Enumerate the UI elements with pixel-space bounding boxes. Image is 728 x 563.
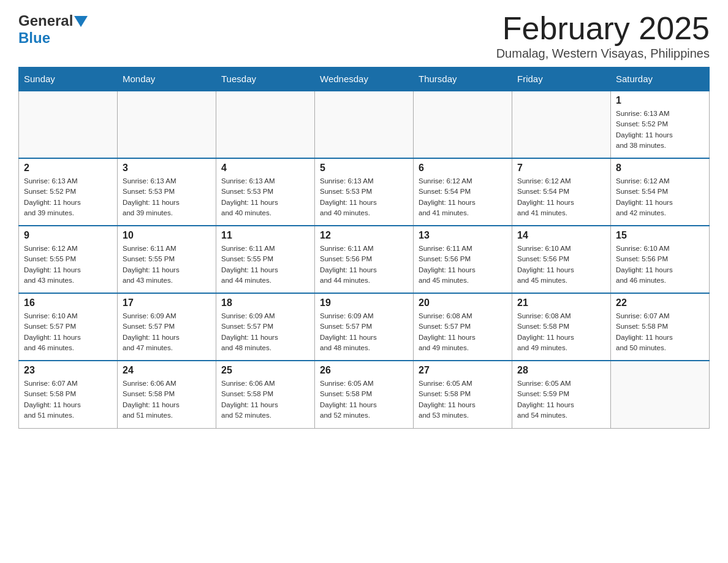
calendar-cell: 2Sunrise: 6:13 AM Sunset: 5:52 PM Daylig…: [19, 158, 118, 226]
calendar-cell: 17Sunrise: 6:09 AM Sunset: 5:57 PM Dayli…: [118, 293, 216, 361]
calendar-cell: 5Sunrise: 6:13 AM Sunset: 5:53 PM Daylig…: [315, 158, 414, 226]
day-info: Sunrise: 6:05 AM Sunset: 5:58 PM Dayligh…: [320, 378, 408, 421]
calendar-week-row: 2Sunrise: 6:13 AM Sunset: 5:52 PM Daylig…: [19, 158, 710, 226]
day-number: 14: [517, 230, 605, 241]
day-info: Sunrise: 6:10 AM Sunset: 5:56 PM Dayligh…: [517, 243, 605, 286]
day-of-week-header: Friday: [512, 67, 611, 91]
svg-marker-0: [74, 16, 88, 27]
day-number: 18: [221, 297, 309, 308]
day-number: 23: [24, 365, 112, 376]
calendar-cell: 21Sunrise: 6:08 AM Sunset: 5:58 PM Dayli…: [512, 293, 611, 361]
month-title: February 2025: [496, 12, 710, 44]
day-info: Sunrise: 6:07 AM Sunset: 5:58 PM Dayligh…: [616, 311, 704, 353]
day-info: Sunrise: 6:13 AM Sunset: 5:52 PM Dayligh…: [24, 176, 112, 218]
day-info: Sunrise: 6:13 AM Sunset: 5:53 PM Dayligh…: [221, 176, 309, 218]
logo-general-text: General: [18, 12, 73, 29]
day-info: Sunrise: 6:10 AM Sunset: 5:56 PM Dayligh…: [616, 243, 704, 286]
day-info: Sunrise: 6:05 AM Sunset: 5:58 PM Dayligh…: [419, 378, 507, 421]
day-number: 25: [221, 365, 309, 376]
calendar-cell: 6Sunrise: 6:12 AM Sunset: 5:54 PM Daylig…: [414, 158, 512, 226]
day-info: Sunrise: 6:06 AM Sunset: 5:58 PM Dayligh…: [123, 378, 211, 421]
calendar-cell: 26Sunrise: 6:05 AM Sunset: 5:58 PM Dayli…: [315, 361, 414, 428]
day-number: 28: [517, 365, 605, 376]
day-info: Sunrise: 6:12 AM Sunset: 5:54 PM Dayligh…: [616, 176, 704, 218]
day-info: Sunrise: 6:13 AM Sunset: 5:53 PM Dayligh…: [123, 176, 211, 218]
calendar-cell: 13Sunrise: 6:11 AM Sunset: 5:56 PM Dayli…: [414, 226, 512, 293]
calendar-cell: 4Sunrise: 6:13 AM Sunset: 5:53 PM Daylig…: [216, 158, 315, 226]
day-info: Sunrise: 6:07 AM Sunset: 5:58 PM Dayligh…: [24, 378, 112, 421]
calendar-cell: [118, 91, 216, 158]
calendar-cell: 16Sunrise: 6:10 AM Sunset: 5:57 PM Dayli…: [19, 293, 118, 361]
day-number: 2: [24, 163, 112, 174]
day-info: Sunrise: 6:12 AM Sunset: 5:54 PM Dayligh…: [517, 176, 605, 218]
day-number: 19: [320, 297, 408, 308]
calendar-cell: 9Sunrise: 6:12 AM Sunset: 5:55 PM Daylig…: [19, 226, 118, 293]
day-info: Sunrise: 6:11 AM Sunset: 5:56 PM Dayligh…: [320, 243, 408, 286]
day-info: Sunrise: 6:13 AM Sunset: 5:52 PM Dayligh…: [616, 109, 704, 151]
day-number: 17: [123, 297, 211, 308]
day-info: Sunrise: 6:09 AM Sunset: 5:57 PM Dayligh…: [123, 311, 211, 353]
day-number: 10: [123, 230, 211, 241]
day-number: 21: [517, 297, 605, 308]
day-number: 1: [616, 95, 704, 106]
calendar-cell: 25Sunrise: 6:06 AM Sunset: 5:58 PM Dayli…: [216, 361, 315, 428]
calendar-cell: 10Sunrise: 6:11 AM Sunset: 5:55 PM Dayli…: [118, 226, 216, 293]
logo-blue-text: Blue: [18, 29, 50, 46]
day-number: 22: [616, 297, 704, 308]
day-number: 27: [419, 365, 507, 376]
page-header: General Blue February 2025 Dumalag, West…: [18, 12, 710, 61]
calendar-cell: [414, 91, 512, 158]
day-info: Sunrise: 6:09 AM Sunset: 5:57 PM Dayligh…: [221, 311, 309, 353]
calendar-week-row: 16Sunrise: 6:10 AM Sunset: 5:57 PM Dayli…: [19, 293, 710, 361]
calendar-week-row: 9Sunrise: 6:12 AM Sunset: 5:55 PM Daylig…: [19, 226, 710, 293]
day-of-week-header: Monday: [118, 67, 216, 91]
calendar-cell: 23Sunrise: 6:07 AM Sunset: 5:58 PM Dayli…: [19, 361, 118, 428]
calendar-cell: 28Sunrise: 6:05 AM Sunset: 5:59 PM Dayli…: [512, 361, 611, 428]
calendar-cell: 27Sunrise: 6:05 AM Sunset: 5:58 PM Dayli…: [414, 361, 512, 428]
calendar-table: SundayMondayTuesdayWednesdayThursdayFrid…: [18, 67, 710, 429]
calendar-cell: 12Sunrise: 6:11 AM Sunset: 5:56 PM Dayli…: [315, 226, 414, 293]
calendar-cell: 24Sunrise: 6:06 AM Sunset: 5:58 PM Dayli…: [118, 361, 216, 428]
calendar-cell: 1Sunrise: 6:13 AM Sunset: 5:52 PM Daylig…: [611, 91, 710, 158]
day-info: Sunrise: 6:11 AM Sunset: 5:55 PM Dayligh…: [123, 243, 211, 286]
day-number: 11: [221, 230, 309, 241]
day-number: 24: [123, 365, 211, 376]
day-info: Sunrise: 6:12 AM Sunset: 5:55 PM Dayligh…: [24, 243, 112, 286]
calendar-cell: [216, 91, 315, 158]
calendar-cell: 3Sunrise: 6:13 AM Sunset: 5:53 PM Daylig…: [118, 158, 216, 226]
day-info: Sunrise: 6:11 AM Sunset: 5:55 PM Dayligh…: [221, 243, 309, 286]
day-number: 12: [320, 230, 408, 241]
calendar-cell: [512, 91, 611, 158]
calendar-header-row: SundayMondayTuesdayWednesdayThursdayFrid…: [19, 67, 710, 91]
day-info: Sunrise: 6:08 AM Sunset: 5:57 PM Dayligh…: [419, 311, 507, 353]
calendar-cell: [315, 91, 414, 158]
location-text: Dumalag, Western Visayas, Philippines: [496, 47, 710, 61]
calendar-week-row: 1Sunrise: 6:13 AM Sunset: 5:52 PM Daylig…: [19, 91, 710, 158]
calendar-cell: 7Sunrise: 6:12 AM Sunset: 5:54 PM Daylig…: [512, 158, 611, 226]
day-info: Sunrise: 6:09 AM Sunset: 5:57 PM Dayligh…: [320, 311, 408, 353]
day-number: 26: [320, 365, 408, 376]
day-info: Sunrise: 6:12 AM Sunset: 5:54 PM Dayligh…: [419, 176, 507, 218]
calendar-cell: 19Sunrise: 6:09 AM Sunset: 5:57 PM Dayli…: [315, 293, 414, 361]
logo: General Blue: [18, 12, 88, 47]
day-number: 13: [419, 230, 507, 241]
title-section: February 2025 Dumalag, Western Visayas, …: [496, 12, 710, 61]
day-info: Sunrise: 6:05 AM Sunset: 5:59 PM Dayligh…: [517, 378, 605, 421]
calendar-cell: 15Sunrise: 6:10 AM Sunset: 5:56 PM Dayli…: [611, 226, 710, 293]
day-number: 4: [221, 163, 309, 174]
day-number: 3: [123, 163, 211, 174]
calendar-cell: 20Sunrise: 6:08 AM Sunset: 5:57 PM Dayli…: [414, 293, 512, 361]
day-info: Sunrise: 6:06 AM Sunset: 5:58 PM Dayligh…: [221, 378, 309, 421]
day-of-week-header: Saturday: [611, 67, 710, 91]
calendar-cell: 22Sunrise: 6:07 AM Sunset: 5:58 PM Dayli…: [611, 293, 710, 361]
day-number: 8: [616, 163, 704, 174]
day-number: 16: [24, 297, 112, 308]
day-number: 5: [320, 163, 408, 174]
calendar-cell: 11Sunrise: 6:11 AM Sunset: 5:55 PM Dayli…: [216, 226, 315, 293]
day-info: Sunrise: 6:10 AM Sunset: 5:57 PM Dayligh…: [24, 311, 112, 353]
day-number: 9: [24, 230, 112, 241]
calendar-cell: 14Sunrise: 6:10 AM Sunset: 5:56 PM Dayli…: [512, 226, 611, 293]
calendar-cell: 18Sunrise: 6:09 AM Sunset: 5:57 PM Dayli…: [216, 293, 315, 361]
day-of-week-header: Tuesday: [216, 67, 315, 91]
day-info: Sunrise: 6:11 AM Sunset: 5:56 PM Dayligh…: [419, 243, 507, 286]
